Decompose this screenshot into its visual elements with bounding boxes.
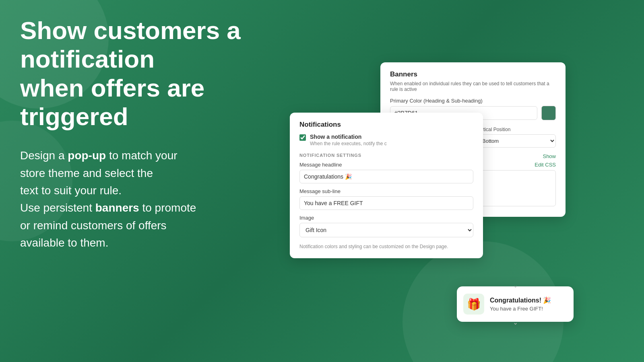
- image-label: Image: [299, 215, 473, 221]
- gift-icon: 🎁: [467, 298, 481, 311]
- gift-icon-box: 🎁: [463, 294, 484, 315]
- popup-text-area: Congratulations! 🎉 You have a Free GIFT!: [490, 296, 551, 312]
- vertical-position-select[interactable]: Top Middle Bottom: [476, 134, 556, 148]
- popup-chevron-bottom-icon: ⌄: [513, 319, 518, 326]
- background: Show customers a notification when offer…: [0, 0, 644, 362]
- banners-description: When enabled on individual rules they ca…: [390, 81, 556, 92]
- vertical-position-col: Vertical Position Top Middle Bottom: [476, 127, 556, 148]
- message-headline-input[interactable]: [299, 170, 473, 183]
- notification-settings-header: NOTIFICATION SETTINGS: [299, 153, 473, 158]
- message-headline-label: Message headline: [299, 162, 473, 168]
- checkbox-sublabel: When the rule executes, notify the c: [310, 141, 387, 146]
- default-banner-css-show-link[interactable]: Show: [543, 153, 556, 159]
- color-swatch[interactable]: [541, 106, 556, 120]
- message-subline-input[interactable]: [299, 196, 473, 210]
- popup-subline: You have a Free GIFT!: [490, 306, 551, 312]
- notification-popup: ⌄ 🎁 Congratulations! 🎉 You have a Free G…: [457, 286, 574, 322]
- popup-headline: Congratulations! 🎉: [490, 296, 551, 304]
- banners-title: Banners: [390, 70, 556, 78]
- primary-color-label: Primary Color (Heading & Sub-heading): [390, 98, 556, 104]
- show-notification-row: Show a notification When the rule execut…: [299, 134, 473, 146]
- show-notification-checkbox[interactable]: [299, 134, 306, 141]
- notification-form-note: Notification colors and styling can be c…: [299, 244, 473, 249]
- popup-chevron-top-icon: ⌄: [513, 282, 518, 289]
- notifications-panel: Notifications Show a notification When t…: [290, 113, 483, 258]
- notifications-panel-title: Notifications: [299, 121, 473, 129]
- checkbox-label: Show a notification: [310, 134, 387, 140]
- main-heading: Show customers a notification when offer…: [20, 16, 302, 131]
- body-text: Design a pop-up to match your store them…: [20, 147, 302, 251]
- message-subline-label: Message sub-line: [299, 188, 473, 194]
- left-content: Show customers a notification when offer…: [20, 16, 302, 252]
- image-select[interactable]: Gift Icon Star Icon Heart Icon No Icon: [299, 223, 473, 237]
- customised-banner-css-edit-link[interactable]: Edit CSS: [535, 162, 556, 168]
- vertical-position-label: Vertical Position: [476, 127, 556, 132]
